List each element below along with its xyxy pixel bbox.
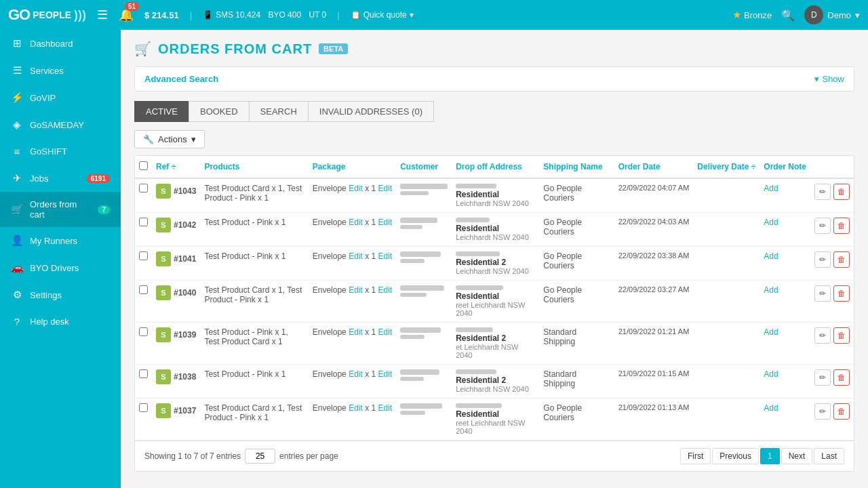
show-link[interactable]: ▾ Show [814,74,844,84]
search-icon[interactable]: 🔍 [781,9,795,22]
edit-order-button[interactable]: ✏ [814,327,831,344]
sidebar-item-my-runners[interactable]: 👤 My Runners [0,227,121,254]
edit-order-button[interactable]: ✏ [814,285,831,302]
row-checkbox[interactable] [139,184,148,192]
tab-active[interactable]: ACTIVE [134,101,189,122]
edit-order-button[interactable]: ✏ [814,184,831,200]
package-edit-link[interactable]: Edit [349,251,363,261]
add-order-note-link[interactable]: Add [764,184,778,193]
row-checkbox[interactable] [139,218,148,226]
dropoff-bar [456,403,502,408]
package-edit-link[interactable]: Edit [349,403,363,413]
package-edit2-link[interactable]: Edit [378,403,393,413]
row-ordernote: Add [760,178,810,213]
delete-order-button[interactable]: 🗑 [833,403,850,420]
row-ref: #1038 [174,372,196,382]
current-page-button[interactable]: 1 [760,448,780,464]
package-edit-link[interactable]: Edit [349,285,363,295]
row-action-icons: ✏ 🗑 [810,213,854,247]
package-edit-link[interactable]: Edit [349,218,363,227]
package-edit-link[interactable]: Edit [349,327,363,337]
tab-booked[interactable]: BOOKED [189,101,249,122]
package-edit2-link[interactable]: Edit [378,251,393,261]
delete-order-button[interactable]: 🗑 [833,285,850,302]
next-page-button[interactable]: Next [781,448,813,464]
package-edit2-link[interactable]: Edit [378,369,393,379]
row-checkbox[interactable] [139,369,148,378]
sidebar-item-dashboard[interactable]: ⊞ Dashboard [0,30,121,57]
add-order-note-link[interactable]: Add [764,285,778,295]
table-row: S #1037 Test Product Card x 1, Test Prod… [135,399,854,441]
sidebar-item-byo-drivers[interactable]: 🚗 BYO Drivers [0,254,121,281]
row-ordernote: Add [760,281,810,323]
tab-search[interactable]: SEARCH [249,101,308,122]
runners-icon: 👤 [11,235,23,247]
first-page-button[interactable]: First [680,448,711,464]
add-order-note-link[interactable]: Add [764,327,778,337]
help-icon: ? [11,316,23,327]
edit-order-button[interactable]: ✏ [814,369,831,386]
delete-order-button[interactable]: 🗑 [833,218,850,234]
notification-bell[interactable]: 🔔 51 [119,7,134,22]
sidebar: ⊞ Dashboard ☰ Services ⚡ GoVIP ◈ GoSAMED… [0,30,121,488]
row-action-icons: ✏ 🗑 [810,247,854,281]
package-edit2-link[interactable]: Edit [378,285,393,295]
row-checkbox-cell [135,213,152,247]
row-action-icons: ✏ 🗑 [810,281,854,323]
package-edit-link[interactable]: Edit [349,369,363,379]
previous-page-button[interactable]: Previous [712,448,759,464]
row-ref: #1039 [174,330,196,340]
sidebar-item-goshift[interactable]: ≡ GoSHIFT [0,138,121,165]
row-ref-cell: S #1040 [152,281,200,323]
add-order-note-link[interactable]: Add [764,403,778,413]
edit-order-button[interactable]: ✏ [814,403,831,420]
logo[interactable]: GOPEOPLE ))) [8,6,86,24]
customer-bar2 [400,225,422,229]
row-package: Envelope Edit x 1 Edit [309,365,396,399]
shopify-icon: S [156,369,171,384]
sidebar-item-settings[interactable]: ⚙ Settings [0,281,121,308]
col-header-delivdate[interactable]: Delivery Date ÷ [693,156,760,178]
add-order-note-link[interactable]: Add [764,251,778,261]
package-edit2-link[interactable]: Edit [378,184,393,193]
package-edit-link[interactable]: Edit [349,184,363,193]
delete-order-button[interactable]: 🗑 [833,327,850,344]
entries-per-page-input[interactable] [245,449,275,464]
dropoff-bar [456,285,503,290]
last-page-button[interactable]: Last [814,448,844,464]
row-checkbox[interactable] [139,327,148,336]
hamburger-icon[interactable]: ☰ [97,7,108,22]
advanced-search-label[interactable]: Advanced Search [144,74,218,84]
quick-quote-button[interactable]: 📋 Quick quote ▾ [351,10,414,20]
delete-order-button[interactable]: 🗑 [833,369,850,386]
actions-button[interactable]: 🔧 Actions ▾ [134,130,205,148]
add-order-note-link[interactable]: Add [764,218,778,227]
sidebar-item-help-desk[interactable]: ? Help desk [0,308,121,335]
col-header-ref[interactable]: Ref ÷ [152,156,200,178]
select-all-checkbox[interactable] [139,161,148,170]
package-edit2-link[interactable]: Edit [378,327,393,337]
sidebar-item-services[interactable]: ☰ Services [0,57,121,84]
edit-order-button[interactable]: ✏ [814,251,831,268]
dropoff-type: Residential 2 [456,375,535,385]
add-order-note-link[interactable]: Add [764,369,778,379]
user-menu[interactable]: D Demo ▾ [804,5,860,24]
sidebar-item-jobs[interactable]: ✈ Jobs 6191 [0,165,121,192]
dropoff-addr: Leichhardt NSW 2040 [456,267,535,275]
customer-bar [400,285,444,291]
delete-order-button[interactable]: 🗑 [833,184,850,200]
row-ref-cell: S #1037 [152,399,200,441]
sidebar-item-gosameday[interactable]: ◈ GoSAMEDAY [0,111,121,138]
delete-order-button[interactable]: 🗑 [833,251,850,268]
row-checkbox[interactable] [139,251,148,260]
sidebar-item-orders-from-cart[interactable]: 🛒 Orders from cart 7 [0,192,121,227]
tab-invalid-addresses[interactable]: INVALID ADDRESSES (0) [308,101,434,122]
package-edit2-link[interactable]: Edit [378,218,393,227]
sidebar-item-govip[interactable]: ⚡ GoVIP [0,84,121,111]
row-checkbox[interactable] [139,403,148,412]
row-checkbox[interactable] [139,285,148,294]
edit-order-button[interactable]: ✏ [814,218,831,234]
row-shipping: Go People Couriers [539,213,614,247]
row-ordernote: Add [760,365,810,399]
row-dropoff: Residential 2 Leichhardt NSW 2040 [452,365,539,399]
